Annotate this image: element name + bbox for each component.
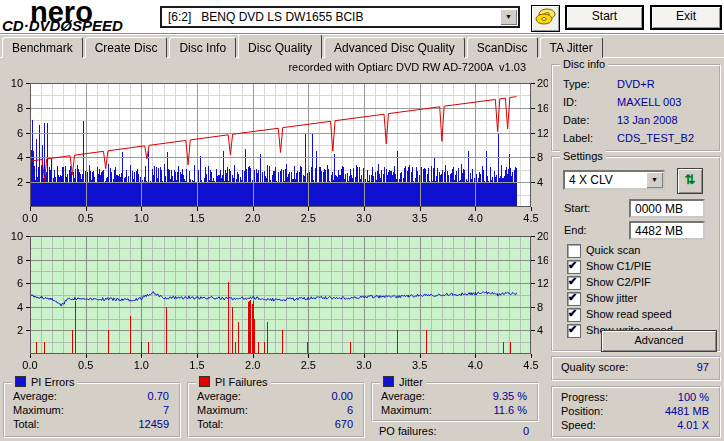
disc-id-value: MAXELL 003 bbox=[617, 96, 681, 108]
checkbox-quick-scan[interactable] bbox=[567, 244, 581, 258]
progress-value: 100 % bbox=[678, 391, 709, 403]
pi-failures-average-value: 0.00 bbox=[332, 390, 353, 402]
drive-select-value: [6:2] BENQ DVD LS DW1655 BCIB bbox=[168, 10, 363, 24]
chart-title: recorded with Optiarc DVD RW AD-7200A v1… bbox=[190, 61, 526, 73]
discs-icon bbox=[535, 6, 557, 27]
title-bar: nero CD·DVDØSPEED [6:2] BENQ DVD LS DW16… bbox=[0, 0, 724, 33]
pi-failures-total-value: 670 bbox=[335, 418, 353, 430]
quality-score-value: 97 bbox=[697, 361, 709, 373]
disc-label-label: Label: bbox=[563, 132, 593, 144]
settings-title: Settings bbox=[560, 150, 606, 162]
progress-panel: Progress: 100 % Position: 4481 MB Speed:… bbox=[551, 386, 721, 438]
pi-failures-panel: PI Failures Average:0.00 Maximum:6 Total… bbox=[187, 382, 365, 438]
pie-scan-chart-canvas bbox=[0, 58, 548, 226]
disc-id-label: ID: bbox=[563, 96, 577, 108]
refresh-speeds-button[interactable]: ⇅ bbox=[677, 168, 703, 194]
pi-errors-average-label: Average: bbox=[13, 390, 57, 402]
drive-select[interactable]: [6:2] BENQ DVD LS DW1655 BCIB ▼ bbox=[160, 6, 520, 28]
tab-create-disc[interactable]: Create Disc bbox=[85, 37, 168, 58]
speed-value: 4.01 X bbox=[677, 419, 709, 431]
disc-info-title: Disc info bbox=[560, 58, 608, 70]
jitter-color-swatch bbox=[383, 376, 394, 387]
pi-errors-total-label: Total: bbox=[13, 418, 39, 430]
checkbox-show-c1-pie-label: Show C1/PIE bbox=[586, 260, 651, 272]
pi-failures-maximum-value: 6 bbox=[347, 404, 353, 416]
tab-advanced-disc-quality[interactable]: Advanced Disc Quality bbox=[324, 37, 465, 58]
checkbox-show-jitter[interactable] bbox=[567, 292, 581, 306]
disc-tool-button[interactable] bbox=[531, 5, 560, 32]
start-position-label: Start: bbox=[564, 202, 590, 214]
disc-type-value: DVD+R bbox=[617, 78, 655, 90]
jitter-average-value: 9.35 % bbox=[493, 390, 527, 402]
checkbox-show-read-speed[interactable] bbox=[567, 308, 581, 322]
quality-score-label: Quality score: bbox=[561, 361, 628, 373]
progress-label: Progress: bbox=[561, 391, 608, 403]
pi-errors-total-value: 12459 bbox=[138, 418, 169, 430]
checkbox-show-write-speed[interactable] bbox=[567, 324, 581, 338]
pi-failures-average-label: Average: bbox=[197, 390, 241, 402]
checkbox-show-jitter-label: Show jitter bbox=[586, 292, 637, 304]
settings-panel: Settings 4 X CLV ▼ ⇅ Start: 0000 MB End:… bbox=[551, 156, 721, 352]
pi-failures-total-label: Total: bbox=[197, 418, 223, 430]
app-window: nero CD·DVDØSPEED [6:2] BENQ DVD LS DW16… bbox=[0, 0, 724, 441]
pi-errors-panel: PI Errors Average:0.70 Maximum:7 Total:1… bbox=[3, 382, 181, 438]
tab-scandisc[interactable]: ScanDisc bbox=[467, 37, 538, 58]
scan-speed-value: 4 X CLV bbox=[569, 173, 613, 187]
chevron-down-icon[interactable]: ▼ bbox=[500, 9, 517, 25]
tab-benchmark[interactable]: Benchmark bbox=[2, 37, 83, 58]
checkbox-show-read-speed-label: Show read speed bbox=[586, 308, 672, 320]
checkbox-show-c2-pif[interactable] bbox=[567, 276, 581, 290]
disc-label-value: CDS_TEST_B2 bbox=[617, 132, 694, 144]
jitter-scan-chart-canvas bbox=[0, 226, 548, 374]
tab-disc-info[interactable]: Disc Info bbox=[169, 37, 236, 58]
checkbox-show-c2-pif-label: Show C2/PIF bbox=[586, 276, 651, 288]
po-failures-value: 0 bbox=[523, 425, 529, 437]
checkbox-quick-scan-label: Quick scan bbox=[586, 244, 640, 256]
position-label: Position: bbox=[561, 405, 603, 417]
jitter-legend: Jitter bbox=[380, 376, 426, 388]
speed-label: Speed: bbox=[561, 419, 596, 431]
start-button[interactable]: Start bbox=[565, 5, 644, 30]
position-value: 4481 MB bbox=[665, 405, 709, 417]
pi-errors-title: PI Errors bbox=[31, 376, 74, 388]
end-position-label: End: bbox=[564, 224, 587, 236]
start-position-field[interactable]: 0000 MB bbox=[629, 199, 705, 218]
disc-date-value: 13 Jan 2008 bbox=[617, 114, 678, 126]
chevron-down-icon[interactable]: ▼ bbox=[646, 172, 663, 188]
pi-errors-maximum-label: Maximum: bbox=[13, 404, 64, 416]
pi-errors-legend: PI Errors bbox=[12, 376, 77, 388]
tab-strip: Benchmark Create Disc Disc Info Disc Qua… bbox=[2, 37, 605, 58]
end-position-field[interactable]: 4482 MB bbox=[629, 221, 705, 240]
tab-disc-quality[interactable]: Disc Quality bbox=[238, 34, 322, 59]
disc-type-label: Type: bbox=[563, 78, 590, 90]
checkbox-show-c1-pie[interactable] bbox=[567, 260, 581, 274]
po-failures-row: PO failures: 0 bbox=[371, 425, 539, 437]
scan-speed-select[interactable]: 4 X CLV ▼ bbox=[563, 170, 665, 190]
jitter-panel: Jitter Average:9.35 % Maximum:11.6 % bbox=[371, 382, 539, 422]
tab-ta-jitter[interactable]: TA Jitter bbox=[540, 37, 603, 58]
toolbar-divider bbox=[0, 33, 724, 35]
product-text: CD·DVDØSPEED bbox=[2, 17, 123, 34]
jitter-title: Jitter bbox=[399, 376, 423, 388]
pi-failures-legend: PI Failures bbox=[196, 376, 271, 388]
advanced-button[interactable]: Advanced bbox=[601, 330, 717, 352]
quality-score-panel: Quality score: 97 bbox=[551, 356, 721, 381]
jitter-average-label: Average: bbox=[381, 390, 425, 402]
pi-errors-color-swatch bbox=[15, 376, 26, 387]
pi-failures-maximum-label: Maximum: bbox=[197, 404, 248, 416]
pi-errors-average-value: 0.70 bbox=[148, 390, 169, 402]
pi-failures-color-swatch bbox=[199, 376, 210, 387]
po-failures-label: PO failures: bbox=[379, 425, 436, 437]
refresh-icon: ⇅ bbox=[685, 172, 696, 187]
pi-failures-title: PI Failures bbox=[215, 376, 268, 388]
disc-info-panel: Disc info Type:DVD+R ID:MAXELL 003 Date:… bbox=[551, 64, 721, 152]
disc-date-label: Date: bbox=[563, 114, 589, 126]
pi-errors-maximum-value: 7 bbox=[163, 404, 169, 416]
jitter-maximum-label: Maximum: bbox=[381, 404, 432, 416]
jitter-maximum-value: 11.6 % bbox=[494, 404, 527, 416]
exit-button[interactable]: Exit bbox=[650, 5, 722, 30]
